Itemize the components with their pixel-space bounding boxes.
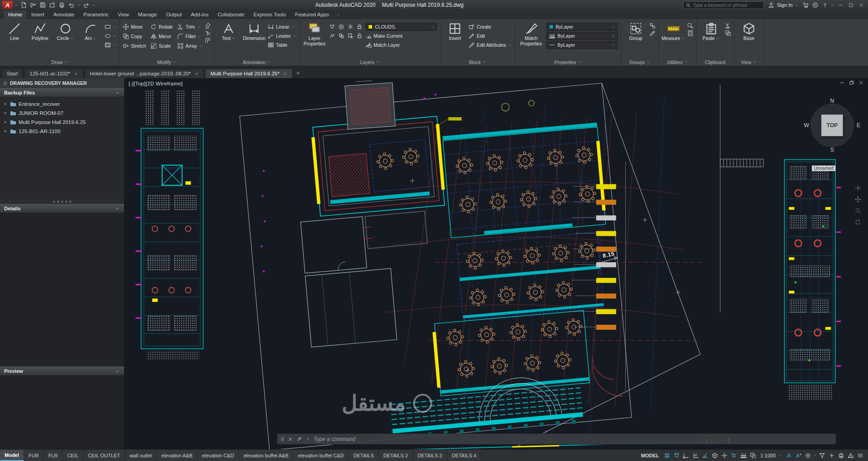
make-current-button[interactable]: Make Current (365, 32, 437, 40)
orbit-icon[interactable] (855, 219, 861, 225)
ribbon-tab-parametric[interactable]: Parametric (79, 10, 114, 19)
doc-tab-125-b01[interactable]: 125-b01-ar-1102* (24, 69, 83, 78)
linetype-combo[interactable]: ByLayer (546, 41, 618, 49)
modify-panel-title[interactable]: Modify (120, 58, 214, 66)
annotation-scale-button[interactable]: 1:1000 (758, 453, 784, 458)
zoom-icon[interactable] (855, 208, 861, 214)
layer-off-icon[interactable] (329, 24, 335, 30)
erase-icon[interactable] (205, 23, 211, 29)
tree-item-125-b01-ar-1100[interactable]: 125-B01-AR-1100 (0, 127, 124, 136)
close-window-icon[interactable] (857, 1, 866, 9)
doc-tab-multi-purpose-hall[interactable]: Multi Purpose Hall 2019.6.25* (205, 69, 293, 78)
copy-button[interactable]: Copy (123, 32, 146, 40)
layer-walk-icon[interactable] (329, 33, 335, 39)
ribbon-tab-insert[interactable]: Insert (27, 10, 49, 19)
object-color-combo[interactable]: ByLayer (546, 23, 618, 31)
rectangle-tool-button[interactable] (105, 23, 117, 31)
ribbon-tab-manage[interactable]: Manage (134, 10, 162, 19)
app-menu-chevron-icon[interactable] (14, 3, 18, 7)
line-button[interactable]: Line (3, 21, 26, 41)
viewcube-north[interactable]: N (830, 98, 834, 104)
layer-freeze-icon[interactable] (347, 24, 354, 30)
offset-icon[interactable] (205, 37, 211, 44)
layout-tab-details-3[interactable]: DETAILS 3 (413, 450, 447, 461)
new-drawing-plus-icon[interactable] (294, 69, 303, 78)
workspace-chevron-icon[interactable] (813, 453, 817, 457)
group-edit-icon[interactable] (649, 30, 656, 36)
groups-panel-title[interactable]: Groups (621, 58, 658, 66)
expand-arrow-icon[interactable] (3, 102, 8, 106)
mirror-button[interactable]: Mirror (150, 32, 173, 40)
explode-icon[interactable] (205, 30, 211, 36)
text-button[interactable]: Text (217, 21, 240, 41)
measure-button[interactable]: Measure (662, 21, 685, 41)
rotate-button[interactable]: Rotate (150, 23, 173, 31)
annotation-visibility-icon[interactable] (784, 451, 793, 460)
viewcube-west[interactable]: W (804, 122, 809, 129)
close-tab-icon[interactable] (283, 72, 287, 76)
panel-splitter-handle[interactable] (0, 199, 124, 204)
circle-button[interactable]: Circle (54, 21, 77, 41)
object-snap-tracking-icon[interactable] (720, 451, 729, 460)
ribbon-tab-home[interactable]: Home (4, 10, 27, 19)
annotation-monitor-icon[interactable] (846, 451, 855, 460)
quick-calculator-icon[interactable] (687, 30, 693, 36)
arc-button[interactable]: Arc (79, 21, 103, 41)
isometric-drafting-icon[interactable] (710, 451, 719, 460)
layer-lock-icon[interactable] (356, 24, 363, 30)
preview-header[interactable]: Preview (0, 367, 124, 376)
ribbon-tab-express-tools[interactable]: Express Tools (249, 10, 290, 19)
create-block-button[interactable]: Create (469, 23, 512, 31)
match-properties-button[interactable]: Match Properties (518, 21, 544, 46)
search-input[interactable] (693, 2, 761, 8)
layout-tab-elevation-buffet-ab[interactable]: elevation buffet A&B (239, 450, 294, 461)
layer-merge-icon[interactable] (338, 33, 344, 39)
group-button[interactable]: Group (624, 21, 648, 41)
match-layer-button[interactable]: Match Layer (365, 41, 437, 49)
viewport-controls[interactable]: [-][Top][2D Wireframe] (129, 81, 183, 86)
lineweight-combo[interactable]: ByLayer (546, 32, 618, 40)
layer-unlock-icon[interactable] (356, 33, 363, 39)
annotation-panel-title[interactable]: Annotation (214, 58, 299, 66)
hatch-tool-button[interactable] (105, 41, 117, 49)
layout-tab-details-4[interactable]: DETAILS 4 (447, 450, 481, 461)
exchange-apps-icon[interactable] (811, 1, 819, 9)
open-file-icon[interactable] (29, 1, 37, 9)
undo-icon[interactable] (67, 1, 75, 9)
quick-select-icon[interactable] (687, 23, 693, 29)
tree-item-multi-purpose-hall[interactable]: Multi Purpose Hall 2019.6.25 (0, 118, 124, 127)
layout-tab-model[interactable]: Model (0, 450, 24, 461)
clipboard-panel-title[interactable]: Clipboard (697, 58, 734, 66)
object-snap-icon[interactable] (729, 451, 738, 460)
cut-icon[interactable] (725, 23, 731, 29)
layout-tab-ceil-outlet[interactable]: CEIL OUTLET (84, 450, 125, 461)
stretch-button[interactable]: Stretch (123, 42, 146, 50)
pan-icon[interactable] (855, 196, 861, 203)
drm-title-bar[interactable]: DRAWING RECOVERY MANAGER (0, 78, 124, 88)
linear-button[interactable]: Linear (268, 23, 297, 31)
command-customize-icon[interactable] (296, 436, 302, 442)
transparency-icon[interactable] (748, 451, 758, 460)
model-space-viewport[interactable]: [-][Top][2D Wireframe] N S W E TOP U (125, 78, 868, 449)
cad-drawing[interactable] (125, 78, 868, 449)
undo-chevron-icon[interactable] (77, 3, 81, 7)
block-panel-title[interactable]: Block (440, 58, 515, 66)
base-view-button[interactable]: Base (737, 21, 761, 41)
fillet-button[interactable]: Fillet (177, 32, 203, 40)
restore-drawing-icon[interactable] (849, 80, 854, 85)
snap-mode-icon[interactable] (672, 451, 681, 460)
close-tab-icon[interactable] (195, 72, 199, 76)
quick-access-customize-icon[interactable] (92, 3, 96, 7)
ribbon-tab-addins[interactable]: Add-ins (186, 10, 213, 19)
leader-button[interactable]: Leader (268, 32, 297, 40)
grid-icon[interactable] (663, 451, 672, 460)
ribbon-tab-output[interactable]: Output (161, 10, 186, 19)
layers-panel-title[interactable]: Layers (300, 58, 440, 66)
polyline-button[interactable]: Polyline (28, 21, 52, 41)
layer-select-combo[interactable]: CLOUDS. (365, 23, 437, 31)
new-file-icon[interactable] (20, 1, 28, 9)
model-space-button[interactable]: MODEL (638, 453, 663, 458)
copy-clip-icon[interactable] (725, 30, 731, 36)
customization-menu-icon[interactable] (856, 451, 865, 460)
viewcube-top-face[interactable]: TOP (821, 114, 843, 136)
